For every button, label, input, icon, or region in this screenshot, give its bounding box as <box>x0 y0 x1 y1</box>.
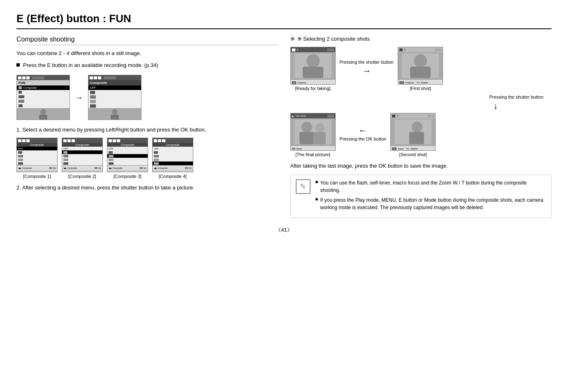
comp-icon1 <box>90 91 95 94</box>
svg-rect-14 <box>313 132 326 144</box>
final-body <box>291 118 335 145</box>
final-col: ▶ 100-0010 <box>290 113 336 157</box>
menu-item-3 <box>17 95 70 99</box>
pressing-shutter-1-col: Pressing the shutter button → <box>340 59 394 76</box>
ct3 <box>107 138 148 143</box>
final-bottom: OK Save <box>291 145 335 151</box>
note-text-1: You can use the flash, self-timer, macro… <box>320 179 547 194</box>
comp4-bottom: ◀▶ Composite OK Set <box>153 165 193 170</box>
sh-btn: SH <box>292 81 297 84</box>
c4-i2 <box>154 155 159 157</box>
ci3-2 <box>113 139 116 142</box>
final-ok-btn: OK Save <box>292 148 302 150</box>
comp-item-4 <box>88 104 141 108</box>
icon-cam2 <box>22 76 26 79</box>
final-top: ▶ 100-0010 <box>291 113 335 118</box>
comp3-nav: ◀▶ Composite <box>109 167 122 169</box>
ci4-2 <box>158 139 161 142</box>
comp3-bottom: ◀▶ Composite OK Set <box>107 165 148 170</box>
composite-label-2: [Composite 2] <box>62 174 103 179</box>
comp2-sel <box>62 150 102 154</box>
composite-label-4: [Composite 4] <box>152 174 193 179</box>
svg-point-8 <box>414 54 427 67</box>
svg-point-16 <box>412 122 422 132</box>
ci2 <box>22 139 26 142</box>
body-text: You can combine 2 - 4 different shots in… <box>16 50 278 56</box>
mi-label1: Composite <box>23 86 37 89</box>
comp2-bottom: ◀▶ Composite OK Set <box>62 165 102 170</box>
person-svg-comp <box>109 108 121 120</box>
fn-label: Fn <box>417 81 420 84</box>
composites-row: Composite OFF ◀▶ Composite OK Set [Compo… <box>16 138 278 179</box>
c1-i3 <box>18 159 23 161</box>
fn-label2: Fn <box>406 148 409 150</box>
arrow-to-first: → <box>362 66 371 76</box>
delete-label: Delete <box>421 81 428 84</box>
note-icon: ✎ <box>296 179 311 194</box>
comp-screen-2: Composite OFF ◀▶ Composite OK Set <box>62 138 103 172</box>
comp4-nav: ◀▶ Composite <box>154 167 167 169</box>
svg-rect-3 <box>111 115 119 120</box>
note-bullet-2: If you press the Play mode, MENU, E butt… <box>315 196 547 211</box>
pressing-ok-col: ← Pressing the OK button <box>340 125 387 142</box>
capture-label: Capture <box>297 81 306 84</box>
composite-menu-items: OFF <box>88 85 141 120</box>
person-thumbnail <box>17 108 70 120</box>
composite-header: Composite <box>88 80 141 85</box>
c3-i4 <box>109 162 114 165</box>
c2-i2 <box>63 155 68 157</box>
second-shot-caption: [Second shot] <box>399 152 427 157</box>
comp-item-2 <box>88 95 141 99</box>
icon-cam1 <box>18 76 21 79</box>
bullet-text-1: Press the E button in an available recor… <box>23 62 158 68</box>
bottom-flow: ▶ 100-0010 <box>290 113 552 157</box>
fs-num: 6 <box>404 48 406 51</box>
mi-icon4 <box>19 100 24 103</box>
svg-point-13 <box>315 123 325 132</box>
composite-label-1: [Composite 1] <box>16 174 58 179</box>
fs-top: 6 <box>398 47 443 52</box>
ok-btn2: OK <box>392 148 396 150</box>
fun-label: FUN <box>17 80 70 85</box>
c3-i2 <box>109 155 114 157</box>
final-caption: [The final picture] <box>295 152 330 157</box>
pressing-shutter-2-row: Pressing the shutter button ↓ <box>290 94 544 111</box>
ss-body <box>391 118 435 145</box>
page-title: E (Effect) button : FUN <box>16 12 552 29</box>
comp1-i3 <box>17 158 57 161</box>
c4-i1 <box>154 151 158 154</box>
rt1 <box>292 48 295 51</box>
final-screen: ▶ 100-0010 <box>290 113 336 151</box>
c4-i4 <box>154 162 159 165</box>
fun-menu-screen: FUN Composite <box>16 75 70 120</box>
ct4 <box>153 138 193 143</box>
note-dot-2 <box>315 198 318 201</box>
ready-col: 6 SH Capture <box>290 47 336 91</box>
save-label: Save <box>398 148 403 150</box>
c1-i2 <box>18 155 23 157</box>
person-comp <box>88 108 141 120</box>
ss-icon1 <box>392 115 395 118</box>
ci1 <box>18 139 21 142</box>
ss-num: 6 <box>397 115 398 117</box>
ci3-3 <box>117 139 120 142</box>
c2-i1 <box>63 151 67 154</box>
comp-icon2 <box>90 95 96 99</box>
comp4-body: OFF <box>153 147 193 165</box>
comp4-header: Composite <box>153 143 193 147</box>
svg-rect-12 <box>299 132 314 144</box>
comp3-i4 <box>107 161 148 165</box>
comp3-ok: OK Set <box>140 167 146 169</box>
ready-top: 6 <box>291 47 335 52</box>
menu-item-4 <box>17 99 70 104</box>
composite-item-1: Composite OFF ◀▶ Composite OK Set [Compo… <box>16 138 58 179</box>
comp1-header: Composite <box>17 143 57 147</box>
step1-text: 1. Select a desired menu by pressing Lef… <box>16 127 278 133</box>
svg-point-11 <box>301 122 312 132</box>
comp-screen-4: Composite OFF ◀▶ Composite OK Set <box>152 138 193 172</box>
pressing-ok-label: Pressing the OK button <box>340 136 387 142</box>
second-shot-screen: 6 OK Save Fn <box>390 113 436 151</box>
comp-icon3 <box>90 100 96 103</box>
person-svg <box>37 108 49 120</box>
after-text: After taking the last image, press the O… <box>290 163 552 169</box>
